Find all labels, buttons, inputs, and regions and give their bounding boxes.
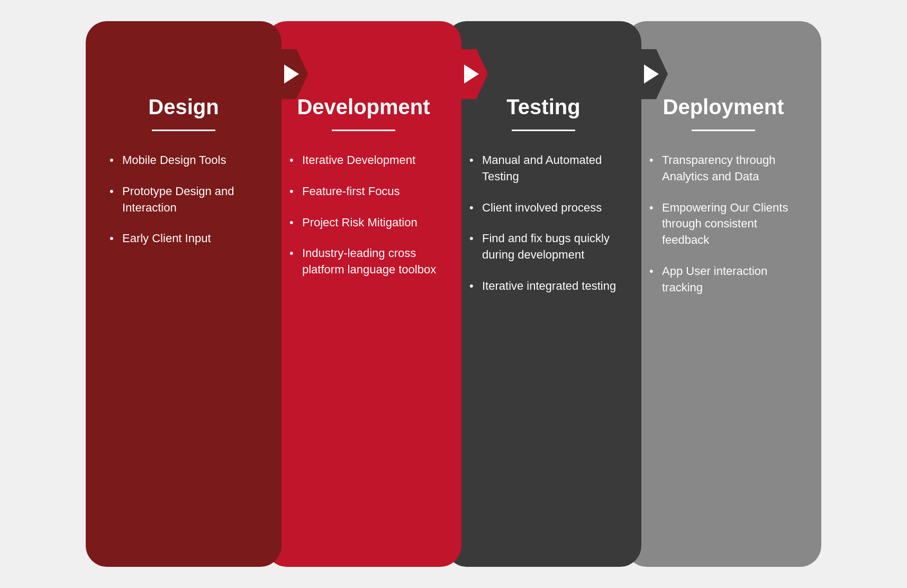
card-list-deployment: Transparency through Analytics and DataE… xyxy=(649,152,797,311)
list-item-testing-1: Client involved process xyxy=(469,200,618,216)
list-item-deployment-0: Transparency through Analytics and Data xyxy=(649,152,797,185)
card-wrapper-design: DesignMobile Design ToolsPrototype Desig… xyxy=(86,21,282,567)
list-item-design-1: Prototype Design and Interaction xyxy=(110,183,258,216)
list-item-development-2: Project Risk Mitigation xyxy=(289,215,438,231)
card-list-development: Iterative DevelopmentFeature-first Focus… xyxy=(289,152,438,293)
list-item-development-1: Feature-first Focus xyxy=(289,183,438,200)
list-item-development-0: Iterative Development xyxy=(289,152,438,169)
card-list-design: Mobile Design ToolsPrototype Design and … xyxy=(110,152,258,262)
card-title-development: Development xyxy=(289,95,438,119)
list-item-development-3: Industry-leading cross platform language… xyxy=(289,245,438,278)
arrow-icon-design xyxy=(276,45,311,103)
card-divider-development xyxy=(332,130,395,131)
card-title-testing: Testing xyxy=(469,95,618,119)
list-item-deployment-2: App User interaction tracking xyxy=(649,263,797,296)
list-item-testing-3: Iterative integrated testing xyxy=(469,278,618,295)
card-title-design: Design xyxy=(110,95,258,119)
card-list-testing: Manual and Automated TestingClient invol… xyxy=(469,152,618,309)
list-item-deployment-1: Empowering Our Clients through consisten… xyxy=(649,200,797,249)
list-item-testing-0: Manual and Automated Testing xyxy=(469,152,618,185)
main-container: DesignMobile Design ToolsPrototype Desig… xyxy=(0,0,907,588)
list-item-design-2: Early Client Input xyxy=(110,231,258,247)
card-divider-testing xyxy=(512,130,575,131)
card-design: DesignMobile Design ToolsPrototype Desig… xyxy=(86,21,282,567)
list-item-testing-2: Find and fix bugs quickly during develop… xyxy=(469,231,618,263)
card-title-deployment: Deployment xyxy=(649,95,797,119)
arrow-icon-development xyxy=(456,45,491,103)
arrow-icon-testing xyxy=(636,45,670,103)
card-divider-design xyxy=(152,130,215,131)
list-item-design-0: Mobile Design Tools xyxy=(110,152,258,169)
card-divider-deployment xyxy=(692,130,755,131)
